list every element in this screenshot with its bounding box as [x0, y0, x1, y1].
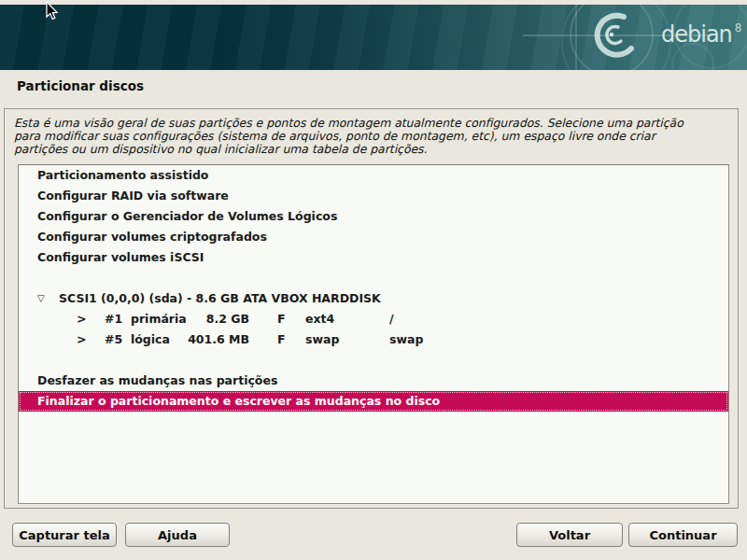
- list-item-label: Configurar o Gerenciador de Volumes Lógi…: [19, 209, 337, 223]
- mouse-cursor-icon: [45, 1, 60, 21]
- list-item-configure-crypto[interactable]: Configurar volumes criptografados: [19, 227, 728, 247]
- partition-filesystem: ext4: [305, 309, 334, 329]
- brand-version: 8: [735, 21, 742, 35]
- partition-size: 8.2 GB: [149, 309, 249, 329]
- back-button[interactable]: Voltar: [516, 523, 623, 547]
- list-item-guided-partitioning[interactable]: Particionamento assistido: [19, 165, 728, 186]
- list-item-configure-iscsi[interactable]: Configurar volumes iSCSI: [19, 247, 728, 268]
- partition-number: #1: [105, 309, 122, 329]
- partition-filesystem: swap: [305, 329, 339, 350]
- partition-format-flag: F: [277, 309, 286, 329]
- list-item-label: Desfazer as mudanças nas partições: [19, 373, 277, 387]
- partition-list[interactable]: Particionamento assistido Configurar RAI…: [18, 164, 729, 504]
- page-title: Particionar discos: [17, 78, 144, 93]
- debian-banner: debian8: [0, 5, 747, 70]
- partition-mount-point: swap: [389, 329, 423, 350]
- help-button[interactable]: Ajuda: [125, 523, 230, 547]
- list-item-undo-changes[interactable]: Desfazer as mudanças nas partições: [19, 371, 728, 391]
- partition-number: #5: [105, 329, 122, 350]
- partition-size: 401.6 MB: [149, 329, 249, 350]
- partition-arrow-icon: >: [77, 309, 86, 329]
- list-item-label: Configurar volumes criptografados: [19, 230, 267, 244]
- list-item-label: Particionamento assistido: [19, 168, 208, 182]
- partition-arrow-icon: >: [77, 329, 86, 350]
- list-item-label: Configurar RAID via software: [19, 189, 229, 203]
- disk-label: SCSI1 (0,0,0) (sda) - 8.6 GB ATA VBOX HA…: [59, 288, 381, 309]
- instruction-line: Esta é uma visão geral de suas partições…: [14, 117, 728, 130]
- partition-format-flag: F: [277, 329, 286, 350]
- partition-overview-frame: Esta é uma visão geral de suas partições…: [4, 108, 739, 509]
- installer-window: debian8 Particionar discos Esta é uma vi…: [0, 0, 747, 560]
- partition-row-1[interactable]: > #1 primária 8.2 GB F ext4 /: [19, 309, 728, 329]
- list-item-configure-lvm[interactable]: Configurar o Gerenciador de Volumes Lógi…: [19, 206, 728, 227]
- brand-text: debian: [661, 21, 732, 48]
- partition-row-5[interactable]: > #5 lógica 401.6 MB F swap swap: [19, 329, 728, 350]
- debian-swirl-logo: [0, 5, 747, 70]
- disk-row-sda[interactable]: ▽ SCSI1 (0,0,0) (sda) - 8.6 GB ATA VBOX …: [19, 288, 728, 309]
- instruction-text: Esta é uma visão geral de suas partições…: [14, 117, 728, 155]
- spacer-row: [19, 350, 728, 371]
- list-item-configure-raid[interactable]: Configurar RAID via software: [19, 186, 728, 206]
- spacer-row: [19, 268, 728, 288]
- debian-wordmark: debian8: [661, 21, 739, 48]
- partition-mount-point: /: [389, 309, 394, 329]
- list-item-label: Configurar volumes iSCSI: [19, 250, 204, 264]
- list-item-label: Finalizar o particionamento e escrever a…: [19, 394, 440, 408]
- instruction-line: partições ou um dispositivo no qual inic…: [14, 143, 728, 156]
- list-item-finish-partitioning[interactable]: Finalizar o particionamento e escrever a…: [19, 391, 728, 412]
- expander-down-icon[interactable]: ▽: [37, 288, 54, 309]
- instruction-line: para modificar suas configurações (siste…: [14, 130, 728, 143]
- continue-button[interactable]: Continuar: [628, 523, 738, 547]
- screenshot-button[interactable]: Capturar tela: [12, 523, 117, 547]
